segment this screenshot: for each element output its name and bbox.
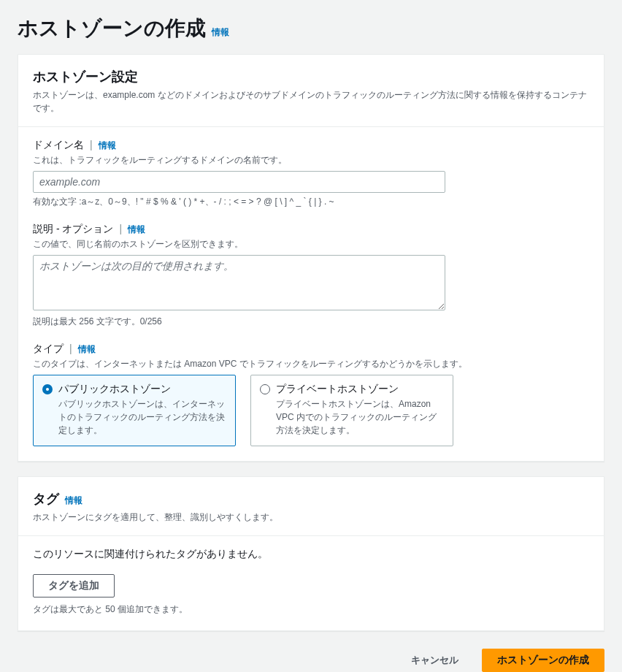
type-public-desc: パブリックホストゾーンは、インターネットのトラフィックのルーティング方法を決定し… xyxy=(58,397,226,437)
tags-panel-desc: ホストゾーンにタグを適用して、整理、識別しやすくします。 xyxy=(33,511,589,524)
description-info-link[interactable]: 情報 xyxy=(128,224,145,236)
tags-panel-title: タグ xyxy=(33,490,59,508)
config-panel-title: ホストゾーン設定 xyxy=(33,68,138,85)
add-tag-button[interactable]: タグを追加 xyxy=(33,574,115,597)
type-label: タイプ xyxy=(33,343,64,356)
page-title: ホストゾーンの作成 xyxy=(18,15,206,42)
page-info-link[interactable]: 情報 xyxy=(212,26,229,39)
tags-panel: タグ 情報 ホストゾーンにタグを適用して、整理、識別しやすくします。 このリソー… xyxy=(18,476,604,631)
type-public-radio[interactable]: パブリックホストゾーン パブリックホストゾーンは、インターネットのトラフィックの… xyxy=(33,375,236,446)
radio-unselected-icon xyxy=(260,384,270,394)
domain-name-constraint: 有効な文字 :a～z、0～9、! " # $ % & ' ( ) * +、- /… xyxy=(33,196,589,208)
config-panel: ホストゾーン設定 ホストゾーンは、example.com などのドメインおよびそ… xyxy=(18,54,604,462)
domain-name-info-link[interactable]: 情報 xyxy=(99,140,116,152)
tags-hint: タグは最大であと 50 個追加できます。 xyxy=(33,603,589,616)
cancel-button[interactable]: キャンセル xyxy=(396,649,473,671)
footer-actions: キャンセル ホストゾーンの作成 xyxy=(18,646,604,672)
type-public-title: パブリックホストゾーン xyxy=(58,383,226,396)
description-group: 説明 - オプション | 情報 この値で、同じ名前のホストゾーンを区別できます。… xyxy=(33,223,589,328)
description-help: この値で、同じ名前のホストゾーンを区別できます。 xyxy=(33,237,589,251)
description-label: 説明 - オプション xyxy=(33,223,113,236)
type-group: タイプ | 情報 このタイプは、インターネットまたは Amazon VPC でト… xyxy=(33,343,589,446)
type-info-link[interactable]: 情報 xyxy=(78,343,96,356)
type-private-desc: プライベートホストゾーンは、Amazon VPC 内でのトラフィックのルーティン… xyxy=(276,397,444,437)
domain-name-input[interactable] xyxy=(33,171,445,193)
domain-name-group: ドメイン名 | 情報 これは、トラフィックをルーティングするドメインの名前です。… xyxy=(33,139,589,208)
type-help: このタイプは、インターネットまたは Amazon VPC でトラフィックをルーテ… xyxy=(33,357,589,370)
type-private-title: プライベートホストゾーン xyxy=(276,383,444,396)
description-input[interactable] xyxy=(33,255,445,310)
radio-selected-icon xyxy=(42,384,53,394)
config-panel-desc: ホストゾーンは、example.com などのドメインおよびそのサブドメインのト… xyxy=(33,88,589,115)
domain-name-help: これは、トラフィックをルーティングするドメインの名前です。 xyxy=(33,153,589,167)
create-hosted-zone-button[interactable]: ホストゾーンの作成 xyxy=(482,649,604,672)
tags-info-link[interactable]: 情報 xyxy=(65,495,82,507)
tags-empty-text: このリソースに関連付けられたタグがありません。 xyxy=(33,548,589,561)
domain-name-label: ドメイン名 xyxy=(33,139,84,152)
description-constraint: 説明は最大 256 文字です。0/256 xyxy=(33,316,589,328)
type-private-radio[interactable]: プライベートホストゾーン プライベートホストゾーンは、Amazon VPC 内で… xyxy=(250,375,453,446)
